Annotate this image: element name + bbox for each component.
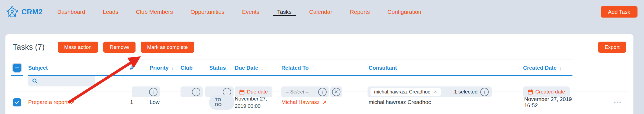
dropdown-arrow-icon[interactable]: ↓ — [192, 88, 200, 96]
filter-row: ↓ ↓ ↓ — [11, 76, 628, 92]
nav-tab-tasks[interactable]: Tasks — [269, 0, 300, 24]
nav-tab-leads[interactable]: Leads — [95, 0, 126, 24]
clear-filter-box: ✕ — [330, 86, 342, 97]
card-header: Tasks (7) Mass action Remove Mark as com… — [5, 34, 633, 60]
table-header-row: Subject # Priority ↓ Club Status Due Dat… — [11, 60, 628, 76]
cell-consultant: michal.hawrasz Creadhoc — [359, 99, 511, 105]
indeterminate-icon — [15, 68, 19, 68]
nav-tab-calendar[interactable]: Calendar — [301, 0, 340, 24]
add-task-button[interactable]: Add Task — [601, 6, 637, 18]
created-date-filter-button[interactable]: Created date — [523, 86, 570, 97]
due-date-filter-label: Due date — [247, 89, 268, 95]
external-link-icon — [322, 100, 327, 105]
search-icon — [32, 78, 38, 84]
header-checkbox-cell — [11, 64, 28, 72]
column-header-created-date[interactable]: Created Date ↓ — [511, 65, 576, 71]
cell-related-to: Michał Hawrasz — [281, 99, 359, 105]
nav-tab-reports[interactable]: Reports — [342, 0, 378, 24]
created-date-filter-label: Created date — [535, 89, 565, 95]
cell-priority: Low — [142, 99, 177, 105]
row-checkbox[interactable] — [13, 98, 21, 106]
brand-name: CRM2 — [21, 8, 43, 16]
crm-logo-icon — [7, 6, 18, 18]
nav-actions: Add Task — [601, 0, 637, 24]
select-all-checkbox[interactable] — [13, 64, 21, 72]
column-label: Priority — [150, 65, 169, 71]
export-button[interactable]: Export — [598, 42, 626, 53]
related-to-select[interactable]: – Select – ↓ — [281, 86, 329, 97]
cell-number: 1 — [125, 99, 142, 105]
consultant-chip: michal.hawrasz Creadhoc ✕ — [371, 88, 441, 96]
tasks-table: Subject # Priority ↓ Club Status Due Dat… — [11, 60, 628, 113]
column-header-club[interactable]: Club — [177, 65, 204, 71]
cell-due-date: November 27, 2019 00:00 — [234, 95, 280, 110]
external-link-icon — [70, 100, 75, 105]
column-header-subject[interactable]: Subject — [28, 65, 125, 71]
subject-search-box — [28, 76, 95, 86]
consultant-selected-count: 1 selected ↓ — [454, 88, 489, 96]
calendar-icon — [239, 89, 244, 95]
filter-related-cell: – Select – ↓ ✕ — [281, 86, 359, 97]
calendar-icon — [528, 89, 533, 95]
nav-tab-dashboard[interactable]: Dashboard — [50, 0, 93, 24]
consultant-multiselect[interactable]: michal.hawrasz Creadhoc ✕ 1 selected ↓ — [368, 86, 492, 97]
consultant-chip-label: michal.hawrasz Creadhoc — [374, 89, 430, 95]
nav-tab-configuration[interactable]: Configuration — [380, 0, 429, 24]
sort-desc-icon[interactable]: ↓ — [171, 65, 174, 71]
dropdown-arrow-icon[interactable]: ↓ — [318, 88, 327, 96]
column-header-status[interactable]: Status — [204, 65, 234, 71]
dropdown-arrow-icon[interactable]: ↓ — [480, 88, 489, 96]
column-header-consultant[interactable]: Consultant — [359, 65, 511, 71]
dropdown-arrow-icon[interactable]: ↓ — [149, 88, 157, 96]
nav-tab-opportunities[interactable]: Opportunities — [183, 0, 232, 24]
column-header-number[interactable]: # — [125, 65, 142, 71]
cell-subject: Prepare a report — [28, 99, 125, 105]
filter-created-date-cell: Created date — [511, 86, 576, 97]
status-badge: TO DO — [209, 95, 234, 110]
subject-text: Prepare a report — [28, 99, 68, 105]
filter-club-cell: ↓ — [177, 86, 204, 97]
header-underline — [28, 75, 572, 76]
select-placeholder: – Select – — [286, 89, 309, 95]
sort-desc-icon[interactable]: ↓ — [559, 65, 562, 71]
remove-button[interactable]: Remove — [103, 42, 136, 53]
header-underline-left — [11, 75, 23, 76]
cell-created-date: November 27, 2019 16:52 — [511, 96, 576, 109]
column-header-priority[interactable]: Priority ↓ — [142, 65, 177, 71]
column-label: Due Date — [235, 65, 258, 71]
column-header-due-date[interactable]: Due Date ↓ — [234, 65, 281, 71]
app-screen: CRM2 Dashboard Leads Club Members Opport… — [0, 0, 644, 114]
column-label: Created Date — [523, 65, 556, 71]
clear-filter-icon[interactable]: ✕ — [332, 88, 340, 96]
related-to-text: Michał Hawrasz — [281, 99, 320, 105]
brand: CRM2 — [7, 0, 48, 24]
column-header-related-to[interactable]: Related To — [281, 65, 359, 71]
filter-consultant-cell: michal.hawrasz Creadhoc ✕ 1 selected ↓ — [359, 86, 511, 97]
export-wrap: Export — [598, 42, 626, 53]
filter-subject-cell — [28, 76, 125, 86]
top-navigation: CRM2 Dashboard Leads Club Members Opport… — [0, 0, 644, 24]
nav-spacer — [431, 0, 599, 24]
mass-action-button[interactable]: Mass action — [58, 42, 98, 53]
column-separator — [125, 59, 125, 76]
page-title: Tasks (7) — [13, 43, 45, 52]
club-filter-dropdown[interactable]: ↓ — [181, 86, 203, 97]
bulk-action-buttons: Mass action Remove Mark as complete — [58, 42, 194, 53]
row-checkbox-cell — [11, 98, 28, 106]
remove-chip-icon[interactable]: ✕ — [434, 89, 437, 94]
tasks-card: Tasks (7) Mass action Remove Mark as com… — [5, 34, 633, 114]
filter-priority-cell: ↓ — [125, 86, 177, 97]
subject-search-input[interactable] — [41, 78, 87, 84]
nav-tab-events[interactable]: Events — [234, 0, 267, 24]
mark-as-complete-button[interactable]: Mark as complete — [141, 42, 194, 53]
priority-filter-dropdown[interactable]: ↓ — [132, 86, 160, 97]
related-to-link[interactable]: Michał Hawrasz — [281, 99, 359, 105]
sort-desc-icon[interactable]: ↓ — [261, 65, 263, 71]
cell-status: TO DO — [204, 95, 234, 110]
table-top-border — [125, 59, 573, 59]
subject-link[interactable]: Prepare a report — [28, 99, 125, 105]
nav-tab-club-members[interactable]: Club Members — [128, 0, 181, 24]
selected-count-label: 1 selected — [454, 89, 478, 95]
row-actions-menu[interactable]: ••• — [614, 99, 628, 106]
check-icon — [15, 100, 20, 104]
